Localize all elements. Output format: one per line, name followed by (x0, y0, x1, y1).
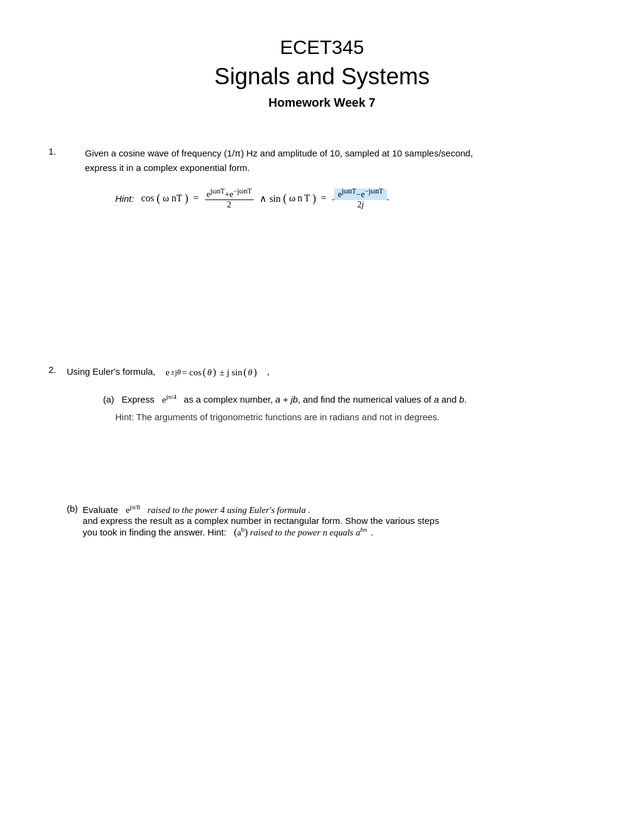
hw-title: Homework Week 7 (49, 96, 595, 110)
sub-question-b: (b) Evaluate ejπ/8 raised to the power 4… (67, 503, 595, 538)
hint-formula: cos(ω nT) = ejωnT+e−jωnT 2 ∧ sin(ω n T) … (141, 187, 390, 210)
question-1-number: 1. (49, 146, 67, 156)
page-header: ECET345 Signals and Systems Homework Wee… (49, 36, 595, 110)
question-2-number: 2. (49, 364, 67, 375)
question-1-hint: Hint: cos(ω nT) = ejωnT+e−jωnT 2 ∧ sin(ω… (115, 187, 473, 210)
sub-a-hint: Hint: The arguments of trigonometric fun… (115, 410, 595, 424)
sub-question-a: (a) Express ejπ/4 as a complex number, a… (103, 392, 595, 424)
hint-label: Hint: (115, 193, 134, 204)
sub-a-label: (a) (103, 394, 114, 404)
course-code: ECET345 (49, 36, 595, 59)
spacer-2 (67, 424, 595, 497)
course-title: Signals and Systems (49, 64, 595, 90)
sub-b-text2: and express the result as a complex numb… (82, 515, 439, 526)
question-2: 2. Using Euler's formula, e±jθ= cos(θ) ±… (49, 364, 595, 538)
sub-b-text3: you took in finding the answer. Hint: (a… (82, 527, 374, 537)
question-1-text: Given a cosine wave of frequency (1/π) H… (85, 146, 473, 175)
question-1: 1. Given a cosine wave of frequency (1/π… (49, 146, 595, 219)
spacer-1 (49, 243, 595, 364)
euler-formula: e±jθ= cos(θ) ± j sin(θ) (166, 364, 257, 380)
question-2-text: Using Euler's formula, e±jθ= cos(θ) ± j … (67, 364, 595, 380)
sub-b-text1: Evaluate ejπ/8 raised to the power 4 usi… (82, 505, 310, 515)
sub-b-label: (b) (67, 503, 78, 514)
sub-a-text: Express ejπ/4 as a complex number, a + j… (122, 394, 467, 404)
